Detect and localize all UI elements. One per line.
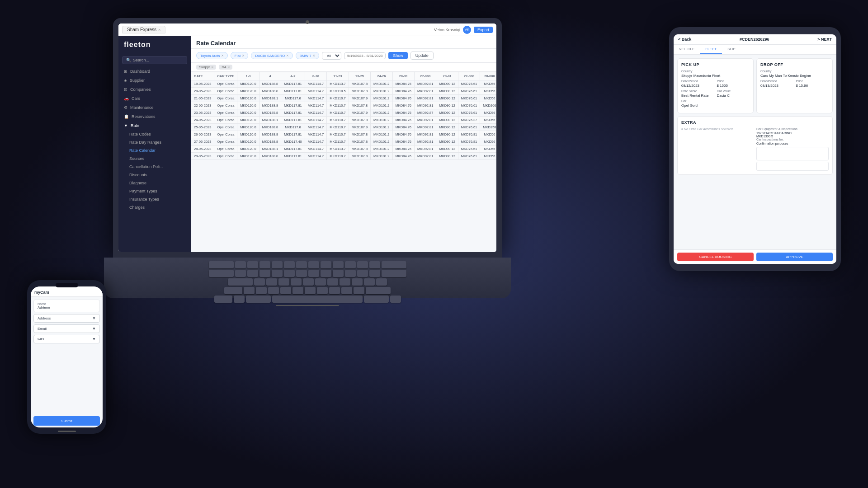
rate-icon: ▼ [124, 123, 128, 128]
logo-area: fleeton [118, 36, 191, 53]
page-header: Rate Calendar [191, 36, 496, 49]
phone-select-chevron-icon: ▼ [92, 316, 96, 320]
cell-value: MKD113.7 [327, 80, 349, 88]
cell-value: MKD117.81 [281, 145, 305, 153]
cell-value: MKD107.8 [349, 88, 370, 95]
modal-back-btn[interactable]: < Back [678, 37, 691, 42]
tab-close-icon[interactable]: × [158, 28, 160, 32]
key-period [341, 287, 352, 294]
filter-tag-toyota[interactable]: Toyota Auris × [196, 52, 228, 59]
key-c [268, 287, 279, 294]
sidebar-sub-rate-day-ranges[interactable]: Rate Day Ranges [118, 138, 191, 146]
cell-value: MKD101.2 [371, 145, 392, 153]
sidebar-item-reservations[interactable]: 📋 Reservations [118, 112, 191, 121]
pickup-rate-score-value: Best Rental Rate [681, 94, 714, 98]
browser-tab[interactable]: Sham Express × [122, 26, 165, 33]
cell-date: 24-05-2023 [191, 117, 214, 124]
cell-value: MKD120.0 [237, 131, 259, 138]
cell-value: MKD84.76 [392, 145, 414, 153]
cell-value: MKD90.12 [436, 131, 458, 138]
filter-tag-fiat[interactable]: Fiat × [231, 52, 249, 59]
location-badge[interactable]: Skopje × [196, 65, 216, 70]
pickup-rate-score-field: Rate Score Best Rental Rate [681, 89, 714, 98]
dropoff-country-label: Country [760, 70, 829, 73]
dropoff-section: DROP OFF Country Cars My Man To Kenslo E… [756, 58, 833, 113]
sidebar-sub-insurance-types[interactable]: Insurance Types [118, 195, 191, 203]
cell-value: MKD107.9 [349, 95, 370, 102]
cell-value: MKD114.7 [305, 117, 326, 124]
cell-value: MKD188.8 [259, 102, 281, 109]
cell-value: MKD84.76 [392, 80, 414, 88]
export-button[interactable]: Export [474, 27, 493, 33]
phone-select-wifi[interactable]: wiFi ▼ [33, 335, 100, 343]
filter-tag-dacia-remove[interactable]: × [286, 53, 288, 58]
sidebar-sub-charges[interactable]: Charges [118, 203, 191, 211]
modal-tab-vehicle[interactable]: VEHICLE [674, 45, 700, 54]
cancel-booking-button[interactable]: CANCEL BOOKING [677, 253, 754, 261]
approve-button[interactable]: APPROVE [756, 253, 833, 261]
car-type-select[interactable]: All [322, 52, 341, 60]
sidebar-item-companies[interactable]: ⊡ Companies [118, 85, 191, 94]
touchpad[interactable] [276, 305, 339, 306]
filter-tag-dacia[interactable]: DACIA SANDERO × [251, 52, 292, 59]
sidebar-item-rate[interactable]: ▼ Rate [118, 121, 191, 130]
key-a [254, 278, 265, 286]
cell-car: Opel Corsa [214, 153, 237, 160]
avatar: VK [463, 26, 471, 34]
cell-value: MKD188.1 [259, 95, 281, 102]
sidebar-item-dashboard[interactable]: ⊞ Dashboard [118, 67, 191, 76]
filter-tag-bmw-remove[interactable]: × [313, 53, 315, 58]
filter-tag-fiat-remove[interactable]: × [242, 53, 244, 58]
phone-select-email[interactable]: Email ▼ [33, 324, 100, 333]
location-remove-icon[interactable]: × [211, 65, 213, 69]
date-range[interactable]: 5/19/2023 - 8/31/2023 [344, 52, 386, 59]
show-button[interactable]: Show [388, 52, 408, 59]
cell-value: MKD76.61 [458, 95, 480, 102]
sidebar-sub-payment-types[interactable]: Payment Types [118, 187, 191, 195]
cell-car: Opel Corsa [214, 145, 237, 153]
cell-value: MKD107.8 [349, 80, 370, 88]
cell-value: MKD188.8 [259, 131, 281, 138]
sidebar-sub-cancellation[interactable]: Cancellation Poli... [118, 163, 191, 171]
extra-title: Extra [681, 120, 829, 125]
car-type-badge[interactable]: D4 × [219, 65, 232, 70]
cell-date: 26-05-2023 [191, 131, 214, 138]
sidebar-item-cars[interactable]: 🚗 Cars [118, 94, 191, 103]
sidebar-sub-rate-calendar[interactable]: Rate Calendar [118, 146, 191, 155]
cell-value: MKD107.8 [349, 131, 370, 138]
cell-date: 29-05-2023 [191, 153, 214, 160]
cell-value: MKD92.81 [414, 95, 436, 102]
cell-value: MKD84.76 [392, 138, 414, 145]
cell-value: MKD114.7 [305, 88, 326, 95]
car-inspections-label: Car Inspections for: [756, 138, 829, 141]
modal-tab-slip[interactable]: SLIP [722, 45, 741, 54]
cell-value: MKD110.7 [327, 138, 349, 145]
sidebar-item-maintenance[interactable]: ⚙ Maintenance [118, 103, 191, 112]
sidebar-sub-diagnose[interactable]: Diagnose [118, 179, 191, 187]
filter-tag-bmw[interactable]: BMW 7 × [296, 52, 320, 59]
cell-value: MKD101.2 [371, 95, 392, 102]
update-button[interactable]: Update [410, 52, 434, 60]
cell-value: MKD117.81 [281, 80, 305, 88]
cell-value: MKD107.8 [349, 145, 370, 153]
modal-next-btn[interactable]: > NEXT [817, 37, 832, 42]
search-box[interactable]: 🔍 Search... [122, 56, 187, 64]
cell-value: MKD84.76 [392, 117, 414, 124]
cell-value: MKD188.8 [259, 88, 281, 95]
table-row: 22-05-2023Opel CorsaMKD120.0MKD188.8MKD1… [191, 102, 497, 109]
car-type-remove-icon[interactable]: × [227, 65, 230, 69]
sidebar-sub-discounts[interactable]: Discounts [118, 171, 191, 179]
cell-value: MKD117.81 [281, 102, 305, 109]
car-type-value: D4 [222, 65, 226, 69]
sidebar-item-supplier[interactable]: ◈ Supplier [118, 76, 191, 85]
modal-tab-fleet[interactable]: FLEET [700, 45, 722, 54]
user-name: Veton Krasniqi [434, 28, 460, 32]
filter-tag-toyota-remove[interactable]: × [222, 53, 224, 58]
sidebar-sub-sources[interactable]: Sources [118, 155, 191, 163]
cell-value: MKD92.81 [414, 153, 436, 160]
key-l [352, 278, 363, 286]
key-capslock [228, 278, 253, 286]
phone-submit-button[interactable]: Submit [33, 416, 100, 426]
sidebar-sub-rate-codes[interactable]: Rate Codes [118, 130, 191, 138]
phone-select-address[interactable]: Address ▼ [33, 314, 100, 323]
